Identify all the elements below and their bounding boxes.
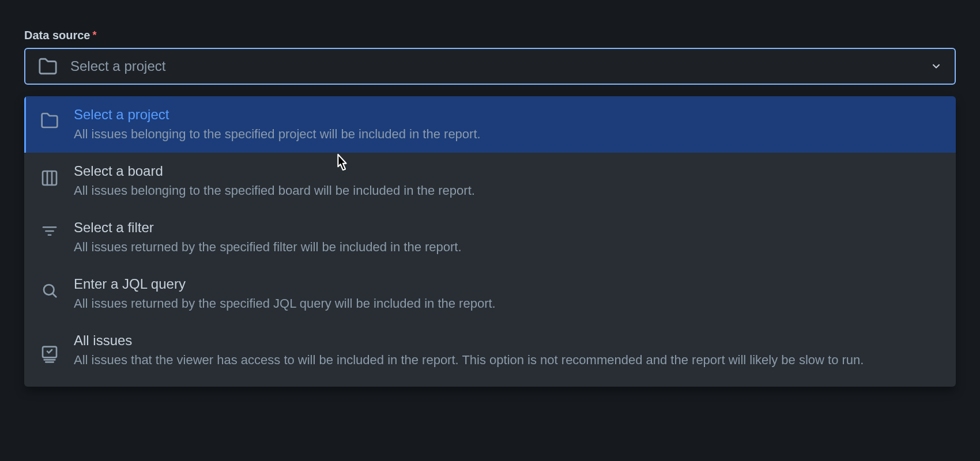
option-title: Select a board [74, 162, 940, 180]
option-title: All issues [74, 331, 940, 349]
select-placeholder: Select a project [70, 58, 918, 74]
option-all-issues[interactable]: All issues All issues that the viewer ha… [24, 322, 956, 379]
option-select-filter[interactable]: Select a filter All issues returned by t… [24, 209, 956, 266]
field-label-text: Data source [24, 29, 91, 42]
option-select-board[interactable]: Select a board All issues belonging to t… [24, 153, 956, 209]
option-jql-query[interactable]: Enter a JQL query All issues returned by… [24, 266, 956, 322]
folder-icon [38, 58, 58, 75]
filter-icon [40, 225, 59, 237]
svg-line-7 [52, 293, 56, 297]
option-title: Enter a JQL query [74, 275, 940, 293]
data-source-select[interactable]: Select a project [24, 48, 956, 85]
option-description: All issues belonging to the specified pr… [74, 126, 940, 143]
required-asterisk: * [93, 29, 97, 41]
field-label: Data source * [24, 29, 956, 42]
board-icon [40, 169, 59, 187]
option-description: All issues that the viewer has access to… [74, 352, 940, 369]
all-issues-icon [40, 345, 59, 364]
option-title: Select a filter [74, 218, 940, 236]
chevron-down-icon [930, 61, 942, 72]
search-icon [40, 282, 59, 299]
option-description: All issues belonging to the specified bo… [74, 182, 940, 200]
svg-rect-0 [43, 171, 56, 185]
option-title: Select a project [74, 105, 940, 123]
folder-icon [40, 112, 59, 129]
option-description: All issues returned by the specified fil… [74, 239, 940, 256]
option-select-project[interactable]: Select a project All issues belonging to… [24, 96, 956, 153]
option-description: All issues returned by the specified JQL… [74, 295, 940, 313]
data-source-dropdown: Select a project All issues belonging to… [24, 96, 956, 387]
